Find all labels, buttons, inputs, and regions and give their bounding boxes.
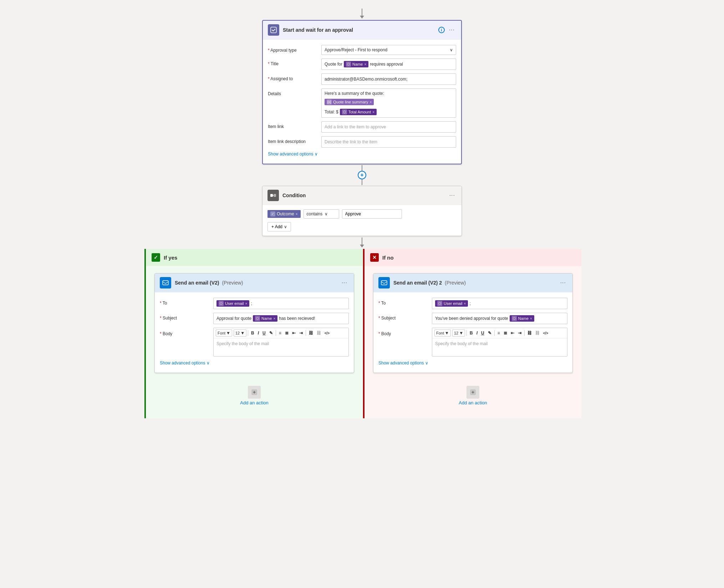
no-x-icon: ✕ xyxy=(370,253,379,262)
item-link-row: Item link Add a link to the item to appr… xyxy=(263,119,461,134)
no-highlight-btn[interactable]: ✎ xyxy=(486,330,493,336)
add-condition-button[interactable]: + Add ∨ xyxy=(267,222,291,231)
email-yes-show-advanced[interactable]: Show advanced options ∨ xyxy=(155,358,354,369)
quote-line-close[interactable]: × xyxy=(369,100,372,104)
item-link-desc-input[interactable]: Describe the link to the item xyxy=(321,136,456,148)
condition-value-input[interactable] xyxy=(342,209,402,219)
title-row: Title Quote for ⬡ Name × requires approv… xyxy=(263,57,461,72)
yes-unlink-btn[interactable]: ⛓ xyxy=(315,330,322,336)
approval-type-select[interactable]: Approve/Reject - First to respond ∨ xyxy=(321,45,456,55)
details-input[interactable]: Here's a summary of the quote: {x} Quote… xyxy=(321,88,456,118)
details-line1: Here's a summary of the quote: xyxy=(325,91,384,96)
approval-card-body: Approval type Approve/Reject - First to … xyxy=(263,40,461,164)
condition-more-options-button[interactable]: ··· xyxy=(448,191,457,199)
yes-link-btn[interactable]: ⛓ xyxy=(307,330,315,336)
name-tag-yes-close[interactable]: × xyxy=(273,317,275,321)
details-row: Details Here's a summary of the quote: {… xyxy=(263,87,461,119)
advanced-chevron: ∨ xyxy=(315,152,318,157)
no-numbered-btn[interactable]: ≣ xyxy=(502,330,509,336)
outcome-tag: ✓ Outcome × xyxy=(267,210,301,218)
user-email-tag-yes: ⬡ User email × xyxy=(216,300,249,307)
email-yes-title: Send an email (V2) (Preview) xyxy=(175,280,337,286)
add-action-no-button[interactable]: Add an action xyxy=(459,380,487,411)
email-no-show-advanced[interactable]: Show advanced options ∨ xyxy=(373,358,572,369)
item-link-input[interactable]: Add a link to the item to approve xyxy=(321,121,456,133)
assigned-to-input[interactable]: administrator@BASDemo.onmicrosoft.com; xyxy=(321,73,456,85)
email-card-yes-wrapper: Send an email (V2) (Preview) ··· To xyxy=(154,273,354,373)
condition-operator-select[interactable]: contains ∨ xyxy=(304,209,339,219)
no-indent-right-btn[interactable]: ⇥ xyxy=(516,330,523,336)
no-bullets-btn[interactable]: ≡ xyxy=(496,330,501,336)
approval-more-options-button[interactable]: ··· xyxy=(448,26,456,34)
yes-underline-btn[interactable]: U xyxy=(261,330,267,336)
no-link-btn[interactable]: ⛓ xyxy=(526,330,533,336)
email-no-body-label: Body xyxy=(378,328,428,336)
yes-numbered-btn[interactable]: ≣ xyxy=(284,330,290,336)
email-card-no: Send an email (V2) 2 (Preview) ··· To xyxy=(373,273,573,373)
email-yes-body-row: Body Font ▼ 12 xyxy=(155,326,354,358)
info-icon[interactable]: i xyxy=(438,27,445,33)
yes-size-select[interactable]: 12 ▼ xyxy=(234,329,246,337)
name-tag-yes-subject: ⬡ Name × xyxy=(253,315,277,322)
assigned-to-row: Assigned to administrator@BASDemo.onmicr… xyxy=(263,72,461,87)
email-yes-more-button[interactable]: ··· xyxy=(340,279,349,287)
email-no-to-input[interactable]: ⬡ User email × ; xyxy=(432,298,567,309)
user-email-close-no[interactable]: × xyxy=(464,302,466,306)
yes-highlight-btn[interactable]: ✎ xyxy=(268,330,274,336)
no-toolbar-div-1 xyxy=(466,330,467,336)
no-indent-left-btn[interactable]: ⇤ xyxy=(509,330,516,336)
no-underline-btn[interactable]: U xyxy=(480,330,486,336)
approval-show-advanced[interactable]: Show advanced options ∨ xyxy=(263,149,461,160)
yes-italic-btn[interactable]: I xyxy=(256,330,260,336)
title-input[interactable]: Quote for ⬡ Name × requires approval xyxy=(321,58,456,70)
yes-indent-left-btn[interactable]: ⇤ xyxy=(291,330,297,336)
no-italic-btn[interactable]: I xyxy=(475,330,479,336)
total-prefix: Total: $ xyxy=(325,109,338,114)
operator-chevron: ∨ xyxy=(325,211,328,216)
condition-card-title: Condition xyxy=(282,193,444,198)
no-size-select[interactable]: 12 ▼ xyxy=(452,329,465,337)
user-email-close-yes[interactable]: × xyxy=(245,302,248,306)
yes-bullets-btn[interactable]: ≡ xyxy=(277,330,283,336)
approval-type-label: Approval type xyxy=(268,45,318,53)
yes-body-input[interactable]: Specify the body of the mail xyxy=(214,338,348,356)
no-unlink-btn[interactable]: ⛓ xyxy=(534,330,541,336)
name-tag-no-close[interactable]: × xyxy=(530,317,532,321)
outcome-tag-close[interactable]: × xyxy=(296,212,298,216)
no-toolbar-div-3 xyxy=(524,330,525,336)
yes-code-btn[interactable]: </> xyxy=(323,331,331,336)
branch-no: ✕ If no xyxy=(363,249,581,418)
total-close[interactable]: × xyxy=(372,110,374,114)
no-bold-btn[interactable]: B xyxy=(468,330,474,336)
email-yes-to-row: To ⬡ User email × ; xyxy=(155,296,354,311)
name-tag-close[interactable]: × xyxy=(364,62,366,66)
approval-card-title: Start and wait for an approval xyxy=(283,27,435,33)
toolbar-div-2 xyxy=(276,330,276,336)
yes-indent-right-btn[interactable]: ⇥ xyxy=(298,330,304,336)
no-body-input[interactable]: Specify the body of the mail xyxy=(432,338,567,356)
plus-button-1[interactable]: + xyxy=(358,171,366,179)
add-chevron: ∨ xyxy=(284,224,287,229)
yes-check-icon: ✓ xyxy=(152,253,160,262)
email-yes-body-label: Body xyxy=(160,328,210,336)
add-action-yes-button[interactable]: Add an action xyxy=(240,380,269,411)
yes-font-select[interactable]: Font ▼ xyxy=(216,329,232,337)
svg-rect-3 xyxy=(163,281,168,285)
title-suffix-text: requires approval xyxy=(370,62,403,67)
email-no-body-editor[interactable]: Font ▼ 12 ▼ B xyxy=(432,328,567,357)
email-yes-subject-input[interactable]: Approval for quote ⬡ Name × has been rec… xyxy=(213,313,349,324)
email-no-subject-input[interactable]: You've been denied approval for quote ⬡ … xyxy=(432,313,567,324)
total-amount-tag: ⬡ Total Amount × xyxy=(340,109,377,115)
email-yes-to-input[interactable]: ⬡ User email × ; xyxy=(213,298,349,309)
no-code-btn[interactable]: </> xyxy=(542,331,550,336)
no-font-select[interactable]: Font ▼ xyxy=(434,329,451,337)
email-no-more-button[interactable]: ··· xyxy=(559,279,567,287)
details-total-row: Total: $ ⬡ Total Amount × xyxy=(325,109,377,115)
branch-no-header: ✕ If no xyxy=(363,249,581,266)
email-yes-body-editor[interactable]: Font ▼ 12 ▼ B xyxy=(213,328,349,357)
yes-bold-btn[interactable]: B xyxy=(250,330,256,336)
plus-connector-1[interactable]: + xyxy=(358,165,366,185)
top-connector xyxy=(360,9,364,19)
item-link-desc-row: Item link description Describe the link … xyxy=(263,134,461,149)
approval-card-header: Start and wait for an approval i ··· xyxy=(263,21,461,40)
